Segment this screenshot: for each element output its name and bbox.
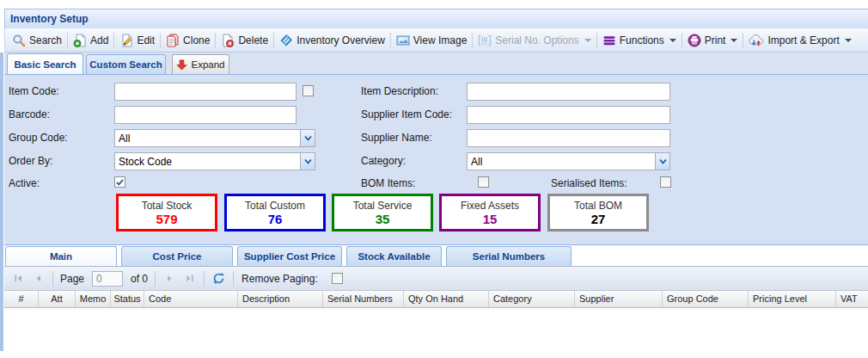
- toolbar-separator: [215, 33, 216, 48]
- functions-icon: [602, 34, 616, 47]
- grid-header: # Att Memo Status Code Description Seria…: [4, 290, 868, 308]
- group-code-combo[interactable]: All: [114, 129, 315, 147]
- category-combo[interactable]: All: [467, 152, 670, 170]
- supplier-name-input[interactable]: [467, 129, 670, 147]
- column-header[interactable]: Supplier: [575, 291, 663, 307]
- serialised-items-checkbox[interactable]: [660, 176, 671, 188]
- toolbar-separator: [273, 33, 274, 48]
- dropdown-caret-icon: [845, 39, 852, 42]
- column-header[interactable]: #: [4, 291, 39, 307]
- first-page-button[interactable]: [12, 272, 25, 285]
- active-label: Active:: [9, 177, 40, 189]
- print-button[interactable]: Print: [684, 31, 742, 50]
- next-page-button[interactable]: [163, 272, 176, 285]
- supplier-item-code-label: Supplier Item Code:: [361, 108, 452, 120]
- toolbar-separator: [390, 33, 391, 48]
- total-service-box: Total Service 35: [332, 194, 433, 231]
- column-header[interactable]: VAT: [836, 291, 868, 307]
- bom-items-checkbox[interactable]: [478, 176, 489, 188]
- search-tabstrip: Basic Search Custom Search Expand: [4, 52, 868, 75]
- view-image-button[interactable]: View Image: [393, 31, 470, 50]
- print-icon: [688, 34, 701, 47]
- column-header[interactable]: Category: [489, 291, 575, 307]
- column-header[interactable]: Description: [238, 291, 323, 307]
- search-icon: [12, 34, 26, 47]
- chevron-down-icon: [304, 135, 312, 141]
- page-of-label: of 0: [131, 273, 148, 285]
- add-button[interactable]: Add: [70, 31, 112, 50]
- order-by-label: Order By:: [9, 155, 52, 167]
- paging-separator: [233, 271, 234, 287]
- delete-icon: [221, 34, 235, 47]
- tab-supplier-cost-price[interactable]: Supplier Cost Price: [237, 246, 342, 266]
- paging-separator: [155, 271, 156, 287]
- remove-paging-checkbox[interactable]: [332, 273, 343, 284]
- toolbar-separator: [743, 33, 743, 48]
- remove-paging-label: Remove Paging:: [241, 273, 318, 285]
- prev-page-button[interactable]: [32, 272, 45, 285]
- import-export-button[interactable]: Import & Export: [745, 31, 854, 50]
- search-button[interactable]: Search: [9, 31, 65, 50]
- delete-button[interactable]: Delete: [217, 31, 272, 50]
- grid-body: [4, 308, 868, 358]
- add-icon: [73, 34, 87, 47]
- column-header[interactable]: Qty On Hand: [404, 291, 489, 307]
- column-header[interactable]: Status: [111, 291, 144, 307]
- tab-basic-search[interactable]: Basic Search: [7, 53, 83, 74]
- tab-stock-available[interactable]: Stock Available: [346, 246, 442, 266]
- item-code-input[interactable]: [114, 83, 296, 101]
- image-icon: [396, 34, 410, 47]
- chevron-down-icon: [659, 158, 667, 164]
- total-stock-box: Total Stock 579: [116, 194, 217, 231]
- dropdown-caret-icon: [730, 39, 737, 42]
- barcode-input[interactable]: [114, 106, 296, 124]
- tab-expand[interactable]: Expand: [172, 54, 229, 74]
- expand-arrow-icon: [176, 59, 187, 71]
- supplier-item-code-input[interactable]: [467, 106, 670, 124]
- chevron-down-icon: [304, 158, 312, 164]
- tab-custom-search[interactable]: Custom Search: [86, 54, 166, 74]
- active-checkbox[interactable]: [114, 176, 125, 188]
- category-label: Category:: [361, 155, 406, 167]
- edit-icon: [119, 34, 133, 47]
- toolbar-separator: [472, 33, 473, 48]
- last-page-button[interactable]: [183, 272, 196, 285]
- clone-button[interactable]: Clone: [162, 31, 213, 50]
- refresh-button[interactable]: [212, 272, 225, 285]
- column-header[interactable]: Memo: [76, 291, 111, 307]
- page-label: Page: [60, 273, 84, 285]
- bom-items-label: BOM Items:: [361, 177, 415, 189]
- functions-button[interactable]: Functions: [599, 31, 680, 50]
- edit-button[interactable]: Edit: [116, 31, 158, 50]
- tab-cost-price[interactable]: Cost Price: [121, 246, 233, 266]
- dropdown-caret-icon: [584, 39, 591, 42]
- inventory-overview-button[interactable]: Inventory Overview: [276, 31, 388, 50]
- serialised-items-label: Serialised Items:: [551, 177, 627, 189]
- column-header[interactable]: Pricing Level: [749, 291, 836, 307]
- column-header[interactable]: Code: [144, 291, 238, 307]
- tab-serial-numbers[interactable]: Serial Numbers: [446, 246, 572, 266]
- toolbar-separator: [113, 33, 114, 48]
- column-header[interactable]: Att: [39, 291, 76, 307]
- page-number-input[interactable]: [92, 271, 123, 287]
- column-header[interactable]: Group Code: [663, 291, 749, 307]
- check-icon: [115, 177, 125, 187]
- order-by-combo[interactable]: Stock Code: [114, 152, 315, 170]
- item-code-checkbox[interactable]: [303, 85, 314, 96]
- toolbar-separator: [682, 33, 682, 48]
- combo-dropdown-button[interactable]: [300, 130, 315, 146]
- tag-icon: [279, 34, 293, 47]
- toolbar-separator: [160, 33, 161, 48]
- combo-dropdown-button[interactable]: [300, 153, 315, 170]
- column-header[interactable]: Serial Numbers: [323, 291, 404, 307]
- supplier-name-label: Supplier Name:: [361, 132, 432, 144]
- item-description-input[interactable]: [467, 83, 670, 101]
- tab-main[interactable]: Main: [5, 246, 117, 266]
- panel-title: Inventory Setup: [4, 9, 868, 28]
- serial-no-options-button[interactable]: Serial No. Options: [474, 31, 594, 50]
- combo-dropdown-button[interactable]: [655, 153, 669, 170]
- total-bom-box: Total BOM 27: [547, 194, 649, 231]
- total-custom-box: Total Custom 76: [224, 194, 326, 231]
- inventory-setup-panel: Inventory Setup Search Add Edit Clone De…: [4, 9, 868, 358]
- item-description-label: Item Description:: [361, 85, 438, 97]
